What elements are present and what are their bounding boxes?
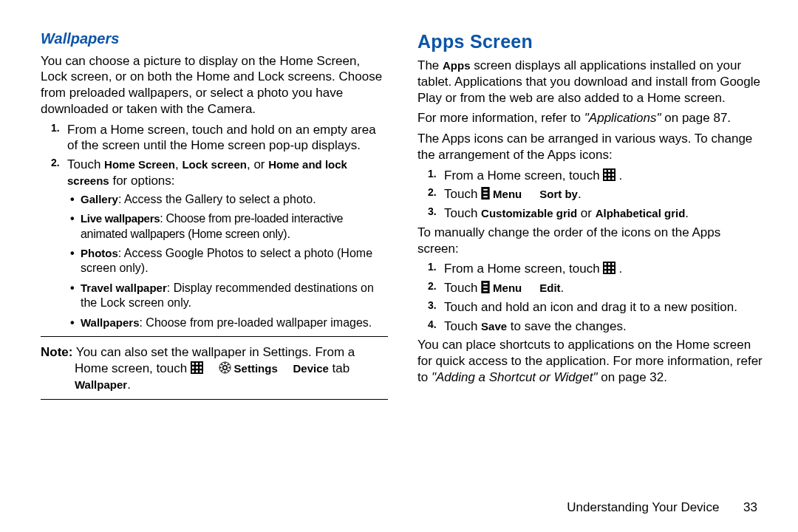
step-1: From a Home screen, touch and hold on an… [67, 122, 388, 154]
option-live: Live wallpapers: Choose from pre-loaded … [81, 211, 388, 242]
reorder-step-4: Touch Save to save the changes. [444, 318, 765, 335]
manual-page: Wallpapers You can choose a picture to d… [0, 0, 798, 532]
wallpapers-steps: From a Home screen, touch and hold on an… [41, 122, 388, 331]
wallpaper-options: Gallery: Access the Gallery to select a … [67, 192, 388, 331]
rule-bottom [41, 399, 388, 400]
arrange-steps: From a Home screen, touch . Touch MenuSo… [417, 168, 765, 222]
arrange-step-3: Touch Customizable grid or Alphabetical … [444, 205, 765, 222]
arrange-step-1: From a Home screen, touch . [444, 168, 765, 184]
apps-grid-icon [603, 168, 615, 181]
menu-icon [481, 187, 490, 200]
option-travel: Travel wallpaper: Display recommended de… [81, 281, 388, 311]
wallpapers-heading: Wallpapers [41, 30, 388, 49]
reorder-step-3: Touch and hold an icon and drag it to a … [444, 299, 765, 316]
arrange-step-2: Touch MenuSort by. [444, 186, 765, 202]
note-label: Note: [41, 345, 72, 359]
left-column: Wallpapers You can choose a picture to d… [41, 30, 388, 510]
reorder-steps: From a Home screen, touch . Touch MenuEd… [417, 261, 765, 334]
menu-icon [481, 281, 490, 293]
apps-grid-icon [191, 361, 203, 374]
settings-gear-icon [219, 361, 231, 374]
apps-p5: You can place shortcuts to applications … [417, 337, 765, 385]
apps-p3: The Apps icons can be arranged in variou… [417, 131, 765, 163]
apps-p4: To manually change the order of the icon… [417, 225, 765, 257]
footer-section: Understanding Your Device [567, 500, 719, 514]
rule-top [41, 336, 388, 337]
option-wallpapers: Wallpapers: Choose from pre-loaded wallp… [81, 316, 388, 330]
apps-p2: For more information, refer to "Applicat… [417, 110, 765, 126]
option-gallery: Gallery: Access the Gallery to select a … [81, 192, 388, 207]
right-column: Apps Screen The Apps screen displays all… [417, 30, 765, 510]
reorder-step-2: Touch MenuEdit. [444, 280, 765, 296]
option-photos: Photos: Access Google Photos to select a… [81, 246, 388, 276]
wallpapers-intro: You can choose a picture to display on t… [41, 53, 388, 117]
step-2: Touch Home Screen, Lock screen, or Home … [67, 157, 388, 330]
page-footer: Understanding Your Device 33 [567, 499, 757, 516]
apps-grid-icon [603, 262, 615, 274]
reorder-step-1: From a Home screen, touch . [444, 261, 765, 277]
note-block: Note: You can also set the wallpaper in … [41, 344, 388, 392]
apps-p1: The Apps screen displays all application… [417, 58, 765, 106]
footer-page-number: 33 [743, 500, 757, 514]
apps-screen-heading: Apps Screen [417, 30, 765, 53]
